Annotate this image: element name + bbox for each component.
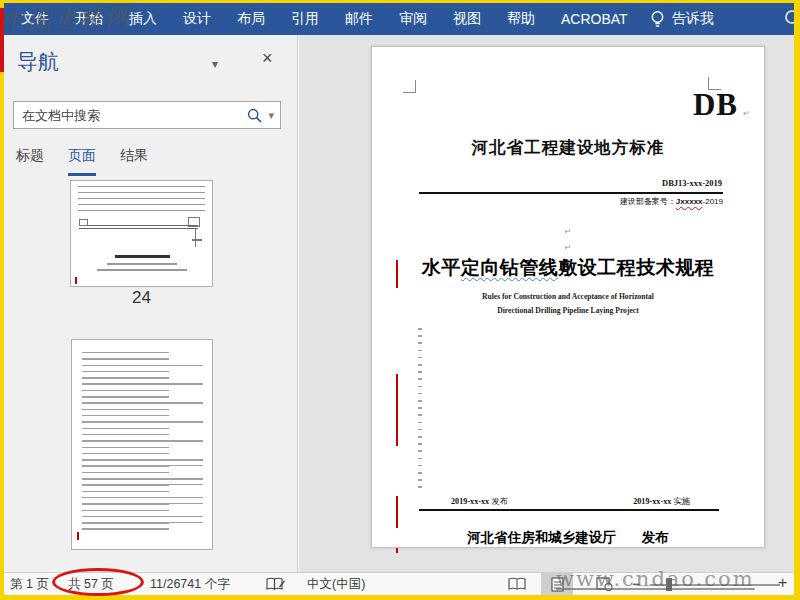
thumbnail-diagram-pipeline bbox=[79, 225, 198, 229]
tracked-change-bar bbox=[396, 548, 398, 553]
navigation-pane-title: 导航 bbox=[17, 48, 59, 76]
thumbnail-text-lines bbox=[78, 186, 205, 216]
thumbnail-page-number: 24 bbox=[70, 288, 213, 308]
navigation-tabs: 标题 页面 结果 bbox=[16, 147, 148, 176]
search-options-caret-icon[interactable]: ▾ bbox=[268, 109, 274, 122]
thumbnail-text-ragged-edge bbox=[169, 352, 203, 533]
tracked-change-bar bbox=[396, 260, 398, 288]
watermark-bottom-right: www.cndao.com bbox=[556, 567, 755, 591]
cover-rule-bottom bbox=[419, 509, 719, 511]
publisher-name: 河北省住房和城乡建设厅 bbox=[467, 530, 616, 545]
tab-insert[interactable]: 插入 bbox=[129, 10, 157, 28]
tab-mailings[interactable]: 邮件 bbox=[345, 10, 373, 28]
thumbnail-diagram-right-rig bbox=[188, 217, 200, 227]
tab-design[interactable]: 设计 bbox=[183, 10, 211, 28]
page-thumbnail-next[interactable] bbox=[71, 339, 213, 550]
annotation-ellipse bbox=[52, 568, 144, 596]
implement-date: 2019-xx-xx bbox=[633, 497, 671, 506]
tell-me-control[interactable]: 告诉我 bbox=[650, 10, 714, 28]
chevron-down-icon[interactable]: ▾ bbox=[212, 57, 218, 71]
paragraph-marks-column bbox=[418, 328, 422, 491]
read-mode-button[interactable] bbox=[508, 577, 526, 591]
record-code: Jxxxxx bbox=[676, 197, 703, 206]
tracked-change-bar bbox=[396, 496, 398, 528]
search-input[interactable] bbox=[20, 107, 247, 124]
issue-date: 2019-xx-xx bbox=[451, 497, 489, 506]
word-count[interactable]: 11/26741 个字 bbox=[150, 576, 230, 593]
word-window: 文件 开始 插入 设计 布局 引用 邮件 审阅 视图 帮助 ACROBAT 告诉… bbox=[0, 0, 800, 600]
page-thumbnail-24[interactable] bbox=[70, 180, 213, 287]
title-part: 敷设工程技术规程 bbox=[558, 257, 714, 278]
lightbulb-icon bbox=[650, 10, 665, 28]
thumbnail-legend-line bbox=[97, 269, 187, 271]
nav-tab-pages[interactable]: 页面 bbox=[68, 147, 96, 176]
tracked-change-bar bbox=[396, 374, 398, 446]
document-title: 水平定向钻管线敷设工程技术规程 bbox=[372, 255, 764, 281]
title-part-spellcheck: 定向钻管线 bbox=[461, 257, 559, 278]
language-indicator[interactable]: 中文(中国) bbox=[307, 576, 365, 593]
record-number-line: 建设部备案号：Jxxxxx-2019 bbox=[620, 196, 723, 207]
implement-label: 实施 bbox=[674, 497, 690, 506]
standard-caption: 河北省工程建设地方标准 bbox=[372, 137, 764, 159]
tell-me-label: 告诉我 bbox=[672, 10, 714, 28]
nav-tab-results[interactable]: 结果 bbox=[120, 147, 148, 176]
navigation-pane: 导航 ▾ × ▾ 标题 页面 结果 bbox=[4, 35, 298, 572]
document-title-en-line2: Directional Drilling Pipeline Laying Pro… bbox=[372, 306, 764, 315]
zoom-in-button[interactable]: + bbox=[778, 574, 787, 591]
frame-border-left bbox=[0, 0, 4, 600]
publisher-line: 河北省住房和城乡建设厅发布 bbox=[372, 529, 764, 547]
document-canvas[interactable]: DB ↵ 河北省工程建设地方标准 DBJ13-xxx-2019 建设部备案号：J… bbox=[299, 35, 794, 572]
tab-review[interactable]: 审阅 bbox=[399, 10, 427, 28]
close-icon[interactable]: × bbox=[262, 49, 273, 67]
issue-date-line: 2019-xx-xx 发布 bbox=[451, 496, 508, 507]
document-page[interactable]: DB ↵ 河北省工程建设地方标准 DBJ13-xxx-2019 建设部备案号：J… bbox=[371, 46, 765, 548]
paragraph-mark: ↵ bbox=[743, 109, 750, 118]
tab-view[interactable]: 视图 bbox=[453, 10, 481, 28]
nav-tab-headings[interactable]: 标题 bbox=[16, 147, 44, 176]
thumbnail-figure-caption bbox=[115, 255, 170, 258]
record-suffix: -2019 bbox=[703, 197, 723, 206]
thumbnail-change-mark bbox=[75, 277, 77, 284]
tab-help[interactable]: 帮助 bbox=[507, 10, 535, 28]
standard-code: DBJ13-xxx-2019 bbox=[662, 178, 722, 188]
page-indicator[interactable]: 第 1 页 bbox=[10, 576, 49, 593]
tab-layout[interactable]: 布局 bbox=[237, 10, 265, 28]
thumbnail-diagram-left-rig bbox=[79, 219, 88, 226]
tab-acrobat[interactable]: ACROBAT bbox=[561, 11, 628, 27]
tab-references[interactable]: 引用 bbox=[291, 10, 319, 28]
crop-mark-top-left bbox=[403, 80, 416, 93]
thumbnail-diagram-drop-foot bbox=[192, 239, 202, 241]
thumbnail-diagram-drop-line bbox=[195, 229, 197, 247]
paragraph-mark: ↵ bbox=[565, 227, 572, 236]
cover-rule-top bbox=[419, 192, 723, 194]
watermark-top-left: 中国道桥网 bbox=[1, 1, 132, 36]
implement-date-line: 2019-xx-xx 实施 bbox=[633, 496, 690, 507]
record-label: 建设部备案号： bbox=[620, 197, 676, 206]
title-part: 水平 bbox=[422, 257, 461, 278]
issue-label: 发布 bbox=[491, 497, 507, 506]
frame-border-bottom bbox=[0, 595, 800, 600]
thumbnail-change-mark bbox=[77, 532, 79, 540]
paragraph-mark: ↵ bbox=[565, 243, 572, 252]
document-search-box[interactable]: ▾ bbox=[13, 101, 281, 129]
publisher-action: 发布 bbox=[642, 530, 669, 545]
frame-border-right bbox=[794, 0, 800, 600]
proofing-status-icon[interactable] bbox=[266, 577, 286, 592]
thumbnail-legend-line bbox=[107, 263, 177, 265]
standard-db-mark: DB bbox=[693, 87, 738, 123]
document-title-en-line1: Rules for Construction and Acceptance of… bbox=[372, 292, 764, 301]
magnifier-icon[interactable] bbox=[247, 108, 262, 123]
